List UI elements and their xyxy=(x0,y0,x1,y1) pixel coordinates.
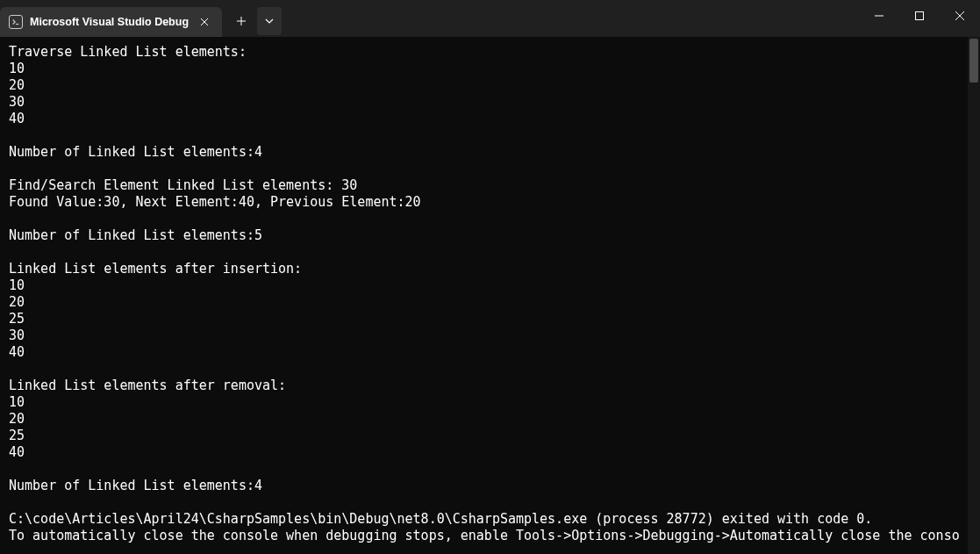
svg-rect-0 xyxy=(916,12,924,20)
minimize-button[interactable] xyxy=(859,0,899,32)
vertical-scrollbar[interactable] xyxy=(968,37,980,554)
console-output: Traverse Linked List elements: 10 20 30 … xyxy=(9,44,971,544)
console-area[interactable]: Traverse Linked List elements: 10 20 30 … xyxy=(0,37,980,554)
scrollbar-thumb[interactable] xyxy=(969,39,978,83)
active-tab[interactable]: Microsoft Visual Studio Debug xyxy=(0,7,222,37)
window-controls xyxy=(859,0,980,32)
close-button[interactable] xyxy=(940,0,980,32)
terminal-icon xyxy=(9,15,23,29)
tab-area: Microsoft Visual Studio Debug xyxy=(0,0,282,37)
tab-title: Microsoft Visual Studio Debug xyxy=(30,16,189,28)
maximize-button[interactable] xyxy=(899,0,940,32)
new-tab-button[interactable] xyxy=(227,7,255,35)
titlebar: Microsoft Visual Studio Debug xyxy=(0,0,980,37)
tab-close-button[interactable] xyxy=(196,13,213,31)
tab-dropdown-button[interactable] xyxy=(257,7,282,35)
